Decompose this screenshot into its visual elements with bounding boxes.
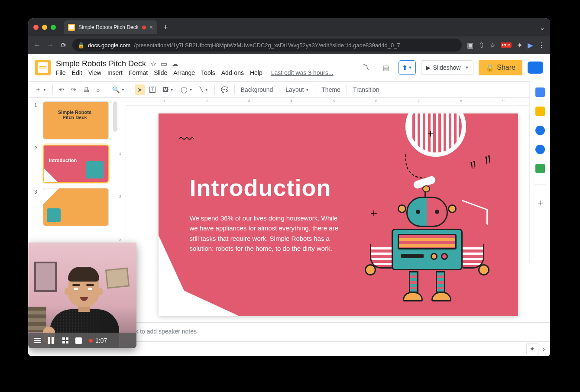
canvas-area: 1 2 3 4 5 6 7 8 9 1 2 3 4 (117, 98, 550, 356)
slide-title[interactable]: Introduction (190, 174, 331, 201)
slide-body[interactable]: We spend 36% of our lives doing housewor… (190, 213, 341, 253)
maximize-window-icon[interactable] (51, 25, 56, 30)
share-page-icon[interactable]: ⇧ (479, 41, 484, 49)
redo-button[interactable]: ↷ (68, 84, 79, 95)
expand-sidepanel-icon[interactable]: › (543, 345, 545, 353)
tab-title: Simple Robots Pitch Deck (78, 24, 139, 30)
select-tool[interactable]: ➤ (135, 84, 145, 95)
calendar-icon[interactable] (535, 87, 545, 97)
background-button[interactable]: Background (238, 84, 276, 95)
menu-file[interactable]: File (56, 69, 66, 76)
textbox-tool[interactable]: 🅃 (147, 84, 158, 95)
recording-toolbar: 1:07 (28, 333, 136, 348)
books-decoration (28, 307, 46, 332)
app-header: Simple Robots Pitch Deck ☆ ▭ ☁ File Edit… (28, 54, 550, 81)
browser-tab[interactable]: Simple Robots Pitch Deck × (64, 20, 157, 34)
menu-tools[interactable]: Tools (201, 69, 215, 76)
thumb-number: 2 (34, 145, 39, 183)
robot-illustration[interactable] (371, 197, 483, 314)
cloud-status-icon[interactable]: ☁ (172, 60, 178, 68)
dash-doodle-icon (405, 152, 431, 178)
image-tool[interactable]: 🖼▼ (160, 84, 176, 95)
menu-insert[interactable]: Insert (107, 69, 123, 76)
extensions-icon[interactable]: ✦ (517, 41, 522, 49)
meet-button[interactable] (528, 62, 543, 74)
menu-view[interactable]: View (88, 69, 101, 76)
webcam-overlay[interactable]: 1:07 (28, 243, 136, 348)
last-edit-link[interactable]: Last edit was 3 hours... (271, 69, 334, 76)
slides-favicon-icon (68, 24, 75, 31)
thumb-number: 3 (34, 188, 39, 226)
video-extension-icon[interactable]: ▶ (528, 41, 533, 49)
new-slide-button[interactable]: ＋▼ (32, 84, 49, 95)
activity-icon[interactable]: 〽 (359, 60, 373, 75)
line-tool[interactable]: ╲▼ (197, 84, 211, 95)
delete-recording-button[interactable] (61, 337, 68, 343)
filmstrip-scrollbar[interactable] (113, 101, 117, 132)
plus-doodle-icon: ＋ (425, 126, 436, 140)
comments-icon[interactable]: ▤ (379, 60, 393, 75)
add-addon-icon[interactable]: ＋ (535, 196, 545, 209)
recording-dot-icon (89, 339, 93, 343)
slide-thumb-2[interactable]: Introduction (43, 145, 109, 183)
present-button[interactable]: ⬆ ▼ (399, 60, 416, 75)
stop-recording-button[interactable] (75, 337, 82, 344)
theme-button[interactable]: Theme (319, 84, 343, 95)
tasks-icon[interactable] (535, 126, 545, 135)
menu-slide[interactable]: Slide (154, 69, 167, 76)
robot-thumb-icon (47, 208, 61, 222)
side-panel: ＋ (529, 81, 550, 263)
explore-button[interactable]: ✦ (526, 343, 538, 355)
comment-tool[interactable]: 💬 (218, 84, 231, 95)
camera-icon[interactable]: ▣ (467, 41, 473, 49)
document-title[interactable]: Simple Robots Pitch Deck (56, 59, 146, 68)
slides-app-icon[interactable] (35, 60, 51, 75)
maps-icon[interactable] (535, 164, 545, 173)
new-tab-button[interactable]: + (161, 23, 171, 32)
zigzag-doodle-icon: 〰 (179, 131, 194, 148)
menu-help[interactable]: Help (250, 69, 262, 76)
lock-icon: 🔒 (78, 42, 84, 49)
star-icon[interactable]: ☆ (150, 60, 156, 68)
pause-recording-button[interactable] (48, 337, 54, 344)
paint-format-button[interactable]: ⌕ (94, 84, 102, 95)
zoom-button[interactable]: 🔍▼ (110, 84, 127, 95)
undo-button[interactable]: ↶ (56, 84, 67, 95)
recording-timer: 1:07 (89, 337, 107, 344)
url-input[interactable]: 🔒 docs.google.com/presentation/d/1y7LSB2… (72, 39, 462, 52)
bookmark-icon[interactable]: ☆ (489, 41, 496, 49)
back-button[interactable]: ← (33, 41, 41, 49)
browser-menu-icon[interactable]: ⋮ (538, 41, 545, 49)
menu-arrange[interactable]: Arrange (173, 69, 195, 76)
contacts-icon[interactable] (535, 145, 545, 154)
toolbar: ＋▼ ↶ ↷ 🖶 ⌕ 🔍▼ ➤ 🅃 🖼▼ ◯▼ ╲▼ 💬 Background … (28, 81, 550, 98)
speaker-notes[interactable]: Click to add speaker notes (117, 322, 550, 341)
share-button[interactable]: 🔒 Share (479, 60, 522, 75)
recorder-menu-button[interactable] (34, 338, 41, 343)
forward-button[interactable]: → (46, 41, 54, 49)
menu-addons[interactable]: Add-ons (221, 69, 244, 76)
slide-canvas[interactable]: 〰 ＋ 〃〃 ＋ Introduction We spend 36% of ou… (159, 113, 518, 316)
menu-edit[interactable]: Edit (72, 69, 82, 76)
layout-button[interactable]: Layout▼ (283, 84, 311, 95)
window-controls[interactable] (33, 25, 56, 30)
slide-thumb-1[interactable]: Simple RobotsPitch Deck (43, 101, 109, 139)
print-button[interactable]: 🖶 (81, 84, 92, 95)
keep-icon[interactable] (535, 107, 545, 116)
close-tab-icon[interactable]: × (149, 24, 153, 31)
rec-extension-icon[interactable]: REC (501, 42, 512, 48)
slideshow-button[interactable]: ▶ Slideshow (421, 60, 474, 75)
move-icon[interactable]: ▭ (161, 60, 167, 68)
tab-overflow-icon[interactable]: ⌄ (539, 23, 545, 32)
menu-format[interactable]: Format (129, 69, 148, 76)
close-window-icon[interactable] (33, 25, 39, 30)
minimize-window-icon[interactable] (42, 25, 47, 30)
reload-button[interactable]: ⟳ (59, 41, 67, 49)
url-path: /presentation/d/1y7LSB2UfbctqH8MptWzMUwe… (134, 42, 400, 49)
ruler-horizontal[interactable]: 1 2 3 4 5 6 7 8 9 (126, 98, 550, 106)
tab-bar: Simple Robots Pitch Deck × + ⌄ (28, 18, 550, 36)
shape-tool[interactable]: ◯▼ (178, 84, 195, 95)
slide-thumb-3[interactable] (43, 188, 109, 226)
transition-button[interactable]: Transition (350, 84, 382, 95)
slide-stage[interactable]: 〰 ＋ 〃〃 ＋ Introduction We spend 36% of ou… (126, 106, 550, 322)
